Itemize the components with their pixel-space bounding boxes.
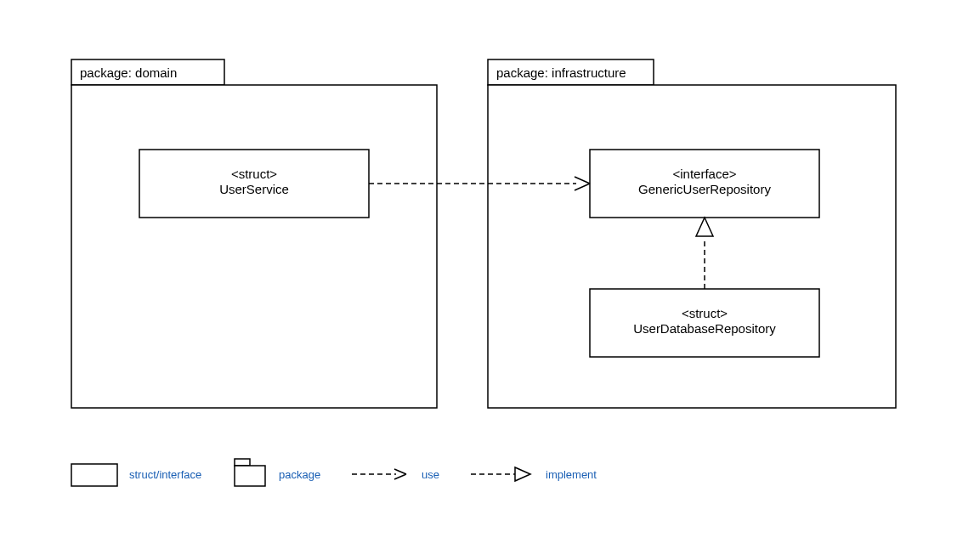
node-generic-user-repository-stereotype: <interface> — [672, 167, 736, 181]
svg-rect-3 — [488, 85, 896, 408]
uml-diagram: package: domain package: infrastructure … — [0, 0, 974, 560]
node-user-service: <struct> UserService — [139, 150, 369, 218]
legend-struct-interface-icon — [71, 464, 117, 486]
legend: struct/interface package use implement — [71, 459, 597, 486]
node-user-database-repository-name: UserDatabaseRepository — [633, 321, 776, 336]
legend-struct-interface-label: struct/interface — [129, 468, 201, 481]
node-user-database-repository: <struct> UserDatabaseRepository — [590, 289, 819, 357]
legend-implement-label: implement — [546, 468, 597, 481]
legend-implement-icon — [471, 467, 530, 481]
node-user-service-name: UserService — [219, 182, 289, 196]
legend-use-icon — [352, 469, 406, 479]
svg-rect-1 — [71, 85, 437, 408]
legend-package-label: package — [279, 468, 320, 481]
node-generic-user-repository: <interface> GenericUserRepository — [590, 150, 819, 218]
package-domain-label: package: domain — [80, 65, 177, 80]
package-infrastructure-label: package: infrastructure — [496, 65, 626, 80]
node-generic-user-repository-name: GenericUserRepository — [638, 182, 771, 196]
legend-package-icon — [235, 459, 265, 486]
svg-rect-9 — [235, 459, 250, 466]
package-domain: package: domain — [71, 59, 437, 408]
svg-rect-10 — [235, 466, 265, 486]
node-user-service-stereotype: <struct> — [231, 167, 277, 181]
legend-use-label: use — [422, 468, 439, 481]
node-user-database-repository-stereotype: <struct> — [682, 306, 728, 320]
